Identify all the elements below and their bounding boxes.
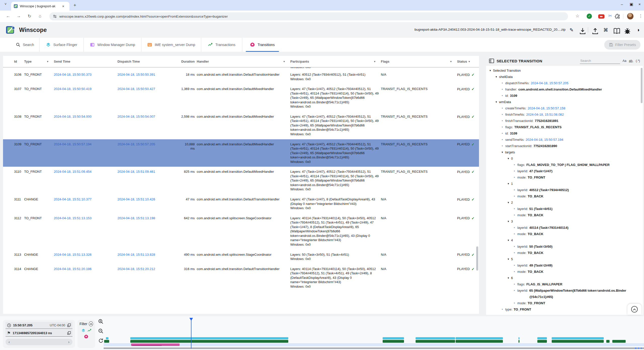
cell-dispatch-time[interactable]: 2024-04-18, 15:51:13.198: [117, 216, 180, 221]
details-search-input[interactable]: [580, 58, 620, 64]
tree-node[interactable]: ▾shellData: [486, 74, 632, 80]
table-row[interactable]: 3110TO_FRONT2024-04-18, 15:51:09.4542024…: [3, 167, 479, 194]
forward-icon[interactable]: →: [17, 14, 21, 19]
transactions-trace-segment[interactable]: [130, 340, 288, 343]
next-entry-button[interactable]: ›: [68, 340, 69, 344]
cell-dispatch-time[interactable]: 2024-04-18, 15:50:50.391: [117, 72, 180, 77]
table-row[interactable]: 3113CHANGE2024-04-18, 15:51:13.3262024-0…: [3, 250, 479, 264]
window-close-button[interactable]: ×: [638, 2, 641, 6]
tree-node[interactable]: ▾0: [486, 155, 632, 162]
table-row[interactable]: 3112TO_FRONT2024-04-18, 15:51:13.1532024…: [3, 213, 479, 250]
tree-node[interactable]: ▾2: [486, 199, 632, 206]
back-icon[interactable]: ←: [6, 14, 10, 19]
col-header-send-time[interactable]: Send Time: [54, 60, 117, 63]
collapse-panel-button[interactable]: [627, 304, 641, 315]
tab-surface-flinger[interactable]: Surface Flinger: [39, 38, 84, 52]
chevron-down-icon[interactable]: ▾: [508, 181, 509, 187]
cell-send-time[interactable]: 2024-04-18, 15:51:13.153: [54, 216, 117, 221]
transactions-trace-segment[interactable]: [383, 340, 404, 343]
table-row[interactable]: 3108TO_FRONT2024-04-18, 15:50:54.0002024…: [3, 112, 479, 139]
tree-node[interactable]: ▾6: [486, 275, 632, 281]
transition-segment[interactable]: [131, 343, 180, 346]
col-header-duration[interactable]: Duration: [180, 60, 197, 63]
green-extension-icon[interactable]: ✓: [587, 14, 592, 19]
zoom-reset-icon[interactable]: [98, 338, 104, 343]
surface-flinger-trace-segment[interactable]: [518, 337, 519, 339]
table-row[interactable]: 3111CHANGE2024-04-18, 15:51:10.3772024-0…: [3, 194, 479, 213]
copy-ns-icon[interactable]: [67, 331, 71, 335]
tree-node[interactable]: ▾4: [486, 237, 632, 243]
surface-flinger-filter-icon[interactable]: [81, 328, 86, 333]
dark-mode-toggle-icon[interactable]: ◑: [634, 26, 641, 33]
tab-transitions[interactable]: Transitions: [242, 38, 283, 52]
filter-collapse-icon[interactable]: [89, 321, 93, 326]
tree-node[interactable]: ▾targets: [486, 149, 632, 155]
col-header-participants[interactable]: Participants▾: [290, 60, 381, 63]
filter-dropdown-icon[interactable]: ▾: [469, 60, 470, 63]
tree-node[interactable]: ▾1: [486, 181, 632, 187]
transition-segment-selected[interactable]: [132, 345, 162, 346]
current-time-value[interactable]: 15:50:57.205: [13, 323, 32, 327]
new-tab-button[interactable]: +: [73, 3, 76, 8]
tab-ime-system-server-dump[interactable]: IME system_server Dump: [141, 38, 201, 52]
upload-icon[interactable]: [592, 27, 599, 34]
zoom-out-icon[interactable]: [98, 328, 104, 334]
table-row[interactable]: 3114CHANGE2024-04-18, 15:51:20.1862024-0…: [3, 264, 479, 292]
match-case-icon[interactable]: Aa: [623, 59, 626, 63]
surface-flinger-trace-segment[interactable]: [537, 337, 547, 339]
transactions-trace-segment[interactable]: [606, 340, 610, 343]
url-input[interactable]: winscope.teams.x20web.corp.google.com/pr…: [49, 12, 568, 20]
col-header-id[interactable]: Id: [14, 60, 24, 63]
transactions-trace-segment[interactable]: [416, 340, 455, 343]
filter-dropdown-icon[interactable]: ▾: [284, 60, 285, 63]
timeline-scroll-mark[interactable]: [638, 347, 639, 349]
details-scrollbar-thumb[interactable]: [641, 68, 642, 103]
cell-send-time[interactable]: 2024-04-18, 15:50:50.373: [54, 72, 117, 77]
transactions-trace-segment[interactable]: [537, 340, 547, 343]
surface-flinger-trace-segment[interactable]: [416, 337, 455, 339]
tree-node[interactable]: ▾5: [486, 256, 632, 262]
previous-entry-button[interactable]: ‹: [9, 340, 10, 344]
transactions-trace-segment[interactable]: [518, 340, 519, 343]
table-scrollbar-thumb[interactable]: [476, 246, 478, 271]
chevron-down-icon[interactable]: ▾: [496, 99, 497, 105]
zoom-in-icon[interactable]: [98, 319, 104, 324]
cell-send-time[interactable]: 2024-04-18, 15:51:09.454: [54, 169, 117, 174]
table-row[interactable]: 3107TO_FRONT2024-04-18, 15:50:50.4192024…: [3, 84, 479, 112]
chevron-down-icon[interactable]: ▾: [508, 237, 509, 243]
chevron-down-icon[interactable]: ▾: [508, 155, 509, 162]
col-header-flags[interactable]: Flags▾: [381, 60, 457, 63]
cell-dispatch-time[interactable]: 2024-04-18, 15:51:13.828: [117, 252, 180, 257]
bookmark-star-icon[interactable]: ☆: [576, 13, 579, 19]
transactions-trace-segment[interactable]: [104, 340, 109, 343]
timeline-cursor[interactable]: [191, 318, 191, 348]
filter-dropdown-icon[interactable]: ▾: [374, 60, 375, 63]
timeline-scrollbar-track[interactable]: [104, 347, 644, 349]
cell-send-time[interactable]: 2024-04-18, 15:51:20.186: [54, 267, 117, 271]
cell-dispatch-time[interactable]: 2024-04-18, 15:51:10.426: [117, 197, 180, 202]
transitions-filter-icon[interactable]: [84, 334, 89, 339]
download-icon[interactable]: [579, 27, 586, 34]
table-row[interactable]: 3109TO_FRONT2024-04-18, 15:50:57.1942024…: [3, 139, 479, 167]
browser-tab[interactable]: Winscope | bugreport-ak ×: [11, 2, 69, 11]
transactions-trace-segment[interactable]: [456, 340, 503, 343]
transactions-trace-segment[interactable]: [552, 340, 604, 343]
window-minimize-button[interactable]: –: [621, 2, 623, 6]
filter-presets-button[interactable]: Filter Presets: [604, 40, 640, 50]
extensions-puzzle-icon[interactable]: [615, 13, 620, 19]
transactions-trace-segment[interactable]: [612, 340, 626, 343]
site-settings-icon[interactable]: [53, 14, 57, 18]
timeline-scroll-mark[interactable]: [641, 347, 642, 349]
table-row[interactable]: 3106TO_FRONT2024-04-18, 15:50:50.3732024…: [3, 70, 479, 84]
chevron-down-icon[interactable]: ▾: [490, 67, 491, 74]
cell-dispatch-time[interactable]: 2024-04-18, 15:50:57.205: [117, 142, 180, 147]
col-header-handler[interactable]: Handler▾: [197, 60, 290, 63]
tab-window-manager-dump[interactable]: Window Manager Dump: [84, 38, 141, 52]
copy-time-icon[interactable]: [67, 323, 71, 327]
cell-dispatch-time[interactable]: 2024-04-18, 15:51:20.212: [117, 267, 180, 271]
tab-close-icon[interactable]: ×: [62, 4, 64, 8]
tab-search[interactable]: Search: [11, 38, 39, 52]
surface-flinger-trace-segment[interactable]: [130, 337, 288, 339]
cell-send-time[interactable]: 2024-04-18, 15:50:57.194: [54, 142, 117, 147]
shortcuts-icon[interactable]: ⌘: [602, 26, 609, 33]
